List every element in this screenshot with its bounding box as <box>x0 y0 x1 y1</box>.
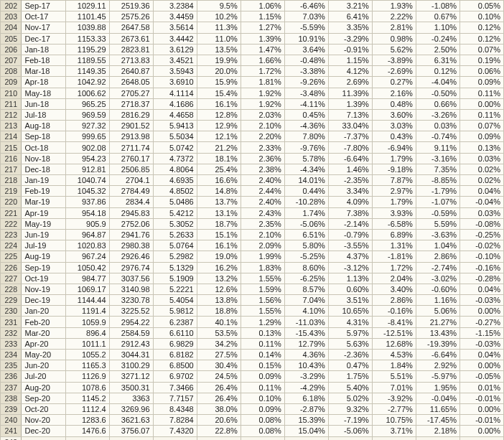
data-cell[interactable]: 0.00% <box>459 403 503 414</box>
data-cell[interactable]: 1069.17 <box>65 284 109 294</box>
data-cell[interactable]: 12.1% <box>197 131 241 142</box>
data-cell[interactable]: 3.5614 <box>153 22 197 33</box>
data-cell[interactable]: 20.0% <box>197 66 241 77</box>
data-cell[interactable]: 1039.88 <box>65 22 109 33</box>
data-cell[interactable]: 3500.31 <box>109 382 153 393</box>
data-cell[interactable]: -6.46% <box>284 1 328 11</box>
row-number-cell[interactable]: 239 <box>1 403 22 414</box>
data-cell[interactable]: -0.27% <box>459 317 503 327</box>
data-cell[interactable]: 13.7% <box>197 197 241 207</box>
data-cell[interactable]: 1126.9 <box>65 371 109 382</box>
data-cell[interactable]: 2823.81 <box>109 44 153 55</box>
data-cell[interactable]: 26.4% <box>197 382 241 393</box>
data-cell[interactable]: 18.7% <box>197 218 241 229</box>
data-cell[interactable]: 1029.11 <box>65 1 109 11</box>
data-cell[interactable]: 1.04% <box>416 240 459 251</box>
data-cell[interactable]: 15.39% <box>284 415 328 426</box>
data-cell[interactable]: 15.9% <box>197 77 241 88</box>
month-cell[interactable]: Nov-19 <box>22 284 65 294</box>
row-number-cell[interactable]: 211 <box>1 98 22 109</box>
data-cell[interactable]: 0.00% <box>459 426 503 436</box>
month-cell[interactable]: Jul-20 <box>22 371 65 382</box>
data-cell[interactable]: 11.39% <box>328 88 372 98</box>
row-number-cell[interactable]: 216 <box>1 153 22 164</box>
data-cell[interactable]: 2.18% <box>416 426 459 436</box>
data-cell[interactable]: 0.00% <box>459 98 503 109</box>
data-cell[interactable]: 2784.49 <box>109 186 153 197</box>
data-cell[interactable]: 5.4212 <box>153 207 197 218</box>
data-cell[interactable]: 1.99% <box>241 251 284 262</box>
data-cell[interactable]: 2901.52 <box>109 121 153 131</box>
data-cell[interactable]: 10.2% <box>197 11 241 22</box>
data-cell[interactable]: 2976.74 <box>109 262 153 273</box>
data-cell[interactable]: 2.35% <box>241 218 284 229</box>
data-cell[interactable]: -4.11% <box>284 98 328 109</box>
month-cell[interactable]: Mar-18 <box>22 66 65 77</box>
table-row[interactable]: 219Feb-191045.322784.494.850214.8%2.44%0… <box>1 186 504 197</box>
table-row[interactable]: 237Aug-201078.63500.317.346626.4%0.11%-4… <box>1 382 504 393</box>
data-cell[interactable]: 3.21% <box>328 1 372 11</box>
data-cell[interactable]: 12.9% <box>197 121 241 131</box>
data-cell[interactable]: 24.5% <box>197 371 241 382</box>
data-cell[interactable]: 7.13% <box>328 109 372 120</box>
data-cell[interactable]: -5.59% <box>284 22 328 33</box>
data-cell[interactable]: -15.43% <box>284 327 328 338</box>
data-cell[interactable]: -5.97% <box>416 371 459 382</box>
data-cell[interactable]: 1189.55 <box>65 55 109 65</box>
data-cell[interactable]: -5.25% <box>284 251 328 262</box>
data-cell[interactable]: 1.15% <box>241 11 284 22</box>
data-cell[interactable]: -2.35% <box>328 175 372 186</box>
table-row[interactable]: 222May-19905.92752.065.305218.7%2.35%-5.… <box>1 218 504 229</box>
data-cell[interactable]: -3.38% <box>284 66 328 77</box>
data-cell[interactable]: 5.80% <box>284 240 328 251</box>
data-cell[interactable]: 3140.98 <box>109 284 153 294</box>
data-cell[interactable]: -3.29% <box>328 33 372 44</box>
row-number-cell[interactable]: 221 <box>1 207 22 218</box>
data-cell[interactable]: -0.16% <box>459 262 503 273</box>
data-cell[interactable]: 3037.56 <box>109 273 153 284</box>
data-cell[interactable]: 1476.6 <box>65 426 109 436</box>
data-cell[interactable]: 3.4459 <box>153 11 197 22</box>
data-cell[interactable]: 937.86 <box>65 197 109 207</box>
table-row[interactable]: 220Mar-19937.862834.45.048613.7%2.40%-10… <box>1 197 504 207</box>
data-cell[interactable]: 13.8% <box>197 295 241 306</box>
data-cell[interactable]: 1042.92 <box>65 77 109 88</box>
data-cell[interactable]: 6.6110 <box>153 327 197 338</box>
data-cell[interactable]: 3.5943 <box>153 66 197 77</box>
data-cell[interactable]: -2.74% <box>416 262 459 273</box>
data-cell[interactable]: 2941.76 <box>109 229 153 240</box>
data-cell[interactable]: 3100.29 <box>109 360 153 371</box>
row-number-cell[interactable]: 206 <box>1 44 22 55</box>
data-cell[interactable]: 1.84% <box>372 360 416 371</box>
data-cell[interactable]: -5.06% <box>328 426 372 436</box>
data-cell[interactable]: 15.4% <box>197 88 241 98</box>
empty-cell[interactable] <box>284 436 328 440</box>
data-cell[interactable]: 19.9% <box>197 55 241 65</box>
month-cell[interactable]: Aug-19 <box>22 251 65 262</box>
data-cell[interactable]: 0.04% <box>459 350 503 360</box>
data-cell[interactable]: 1.06% <box>241 1 284 11</box>
data-cell[interactable]: 927.32 <box>65 121 109 131</box>
row-number-cell[interactable]: 220 <box>1 197 22 207</box>
data-cell[interactable]: 4.6935 <box>153 175 197 186</box>
data-cell[interactable]: 1040.74 <box>65 175 109 186</box>
row-number-cell[interactable]: 215 <box>1 142 22 153</box>
row-number-cell[interactable]: 202 <box>1 1 22 11</box>
table-row[interactable]: 215Oct-18902.082711.745.074221.2%2.33%-9… <box>1 142 504 153</box>
table-row[interactable]: 212Jul-18969.592816.294.465812.8%2.03%0.… <box>1 109 504 120</box>
empty-cell[interactable] <box>241 436 284 440</box>
data-cell[interactable]: 2980.38 <box>109 240 153 251</box>
data-cell[interactable]: -0.59% <box>416 207 459 218</box>
data-cell[interactable]: 0.11% <box>459 88 503 98</box>
data-cell[interactable]: 0.06% <box>459 66 503 77</box>
data-cell[interactable]: 0.11% <box>241 382 284 393</box>
data-cell[interactable]: 2.86% <box>416 251 459 262</box>
data-cell[interactable]: -9.76% <box>284 142 328 153</box>
data-cell[interactable]: 0.11% <box>459 109 503 120</box>
row-number-cell[interactable]: 234 <box>1 350 22 360</box>
month-cell[interactable]: Apr-19 <box>22 207 65 218</box>
data-cell[interactable]: 2945.83 <box>109 207 153 218</box>
table-row[interactable]: 203Oct-171101.452575.263.445910.2%1.15%7… <box>1 11 504 22</box>
data-cell[interactable]: -8.41% <box>372 317 416 327</box>
data-cell[interactable]: -3.12% <box>328 262 372 273</box>
